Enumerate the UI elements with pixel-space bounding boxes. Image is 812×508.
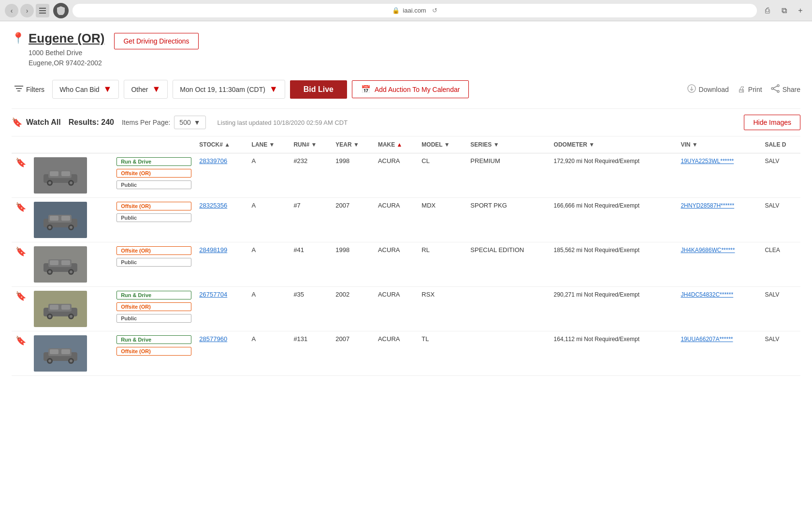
date-dropdown[interactable]: Mon Oct 19, 11:30am (CDT) ▼ [173,80,285,99]
series-cell: SPORT PKG [466,198,550,242]
stock-link[interactable]: 28498199 [199,246,227,254]
vehicle-image[interactable] [34,157,87,194]
print-button[interactable]: 🖨 Print [738,85,762,94]
col-lane[interactable]: LANE ▼ [248,136,290,153]
model-cell: TL [418,331,466,376]
bookmark-icon[interactable]: 🔖 [15,291,26,301]
reload-icon[interactable]: ↺ [432,7,437,14]
stock-cell: 28339706 [195,153,247,198]
toolbar: Filters Who Can Bid ▼ Other ▼ Mon Oct 19… [12,80,800,99]
col-series[interactable]: SERIES ▼ [466,136,550,153]
image-cell[interactable] [30,198,113,242]
vin-link[interactable]: 19UYA2253WL****** [681,158,734,164]
bid-live-button[interactable]: Bid Live [290,80,347,99]
sale-d-cell: SALV [761,198,800,242]
stock-link[interactable]: 28577960 [199,335,227,343]
vehicle-tag: Public [116,258,191,267]
location-pin-icon: 📍 [12,32,25,45]
svg-rect-32 [61,260,70,265]
share-browser-button[interactable]: ⎙ [761,4,774,17]
vin-link[interactable]: JH4KA9686WC****** [681,247,735,254]
col-model[interactable]: MODEL ▼ [418,136,466,153]
get-directions-button[interactable]: Get Driving Directions [114,33,198,49]
odometer-cell: 164,112 mi Not Required/Exempt [550,331,677,376]
col-year[interactable]: YEAR ▼ [332,136,374,153]
who-can-bid-dropdown[interactable]: Who Can Bid ▼ [52,80,119,99]
bookmark-cell: 🔖 [12,242,30,287]
stock-link[interactable]: 28339706 [199,157,227,164]
stock-link[interactable]: 26757704 [199,291,227,298]
filters-button[interactable]: Filters [12,83,47,96]
browser-nav: ‹ › [5,4,49,17]
tags-cell: Run & DriveOffsite (OR)Public [113,153,195,198]
vin-cell: JH4KA9686WC****** [677,242,761,287]
download-button[interactable]: Download [687,84,729,95]
series-sort-icon: ▼ [493,141,499,148]
svg-rect-40 [61,305,70,310]
per-page-value: 500 [179,119,190,126]
vehicle-image[interactable] [34,246,87,283]
lane-cell: A [248,287,290,331]
year-sort-icon: ▼ [353,141,359,148]
results-bar: 🔖 Watch All Results: 240 Items Per Page:… [12,108,800,136]
vehicle-image[interactable] [34,202,87,238]
bookmark-icon[interactable]: 🔖 [15,247,26,256]
image-cell[interactable] [30,331,113,376]
image-cell[interactable] [30,153,113,198]
vehicle-tag: Offsite (OR) [116,302,191,311]
col-stock[interactable]: STOCK# ▲ [195,136,247,153]
add-calendar-button[interactable]: 📅 Add Auction To My Calendar [352,80,469,98]
share-button[interactable]: Share [771,84,800,95]
col-odometer[interactable]: ODOMETER ▼ [550,136,677,153]
svg-rect-24 [61,216,70,221]
odometer-cell: 172,920 mi Not Required/Exempt [550,153,677,198]
svg-point-26 [48,226,51,229]
sale-d-value: SALV [765,291,779,298]
vehicle-image[interactable] [34,291,87,327]
vin-link[interactable]: 19UUA66207A****** [681,336,733,343]
image-cell[interactable] [30,242,113,287]
back-button[interactable]: ‹ [5,4,18,17]
col-make[interactable]: MAKE ▲ [374,136,418,153]
browser-chrome: ‹ › 🔒 iaai.com ↺ ⎙ ⧉ + [0,0,812,21]
bookmark-cell: 🔖 [12,198,30,242]
vin-sort-icon: ▼ [692,141,698,148]
watch-all-button[interactable]: 🔖 Watch All [12,117,61,128]
toolbar-right-actions: Download 🖨 Print Share [687,84,800,95]
listing-updated-text: Listing last updated 10/18/2020 02:59 AM… [218,119,348,126]
tags-cell: Run & DriveOffsite (OR)Public [113,287,195,331]
forward-button[interactable]: › [20,4,34,17]
new-tab-button[interactable]: ⧉ [777,4,791,17]
odometer-cell: 166,666 mi Not Required/Exempt [550,198,677,242]
col-vin[interactable]: VIN ▼ [677,136,761,153]
per-page-dropdown[interactable]: 500 ▼ [174,116,205,129]
hide-images-button[interactable]: Hide Images [744,115,800,130]
who-can-bid-label: Who Can Bid [59,86,99,93]
tags-cell: Offsite (OR)Public [113,198,195,242]
vehicle-image[interactable] [34,335,87,372]
location-address: 1000 Bethel Drive Eugene,OR 97402-2002 [29,48,104,68]
svg-rect-39 [50,305,58,310]
year-cell: 2007 [332,198,374,242]
vin-link[interactable]: JH4DC54832C****** [681,291,733,298]
stock-sort-icon: ▲ [224,141,230,148]
bookmark-icon[interactable]: 🔖 [15,336,26,345]
odometer-value: 290,271 mi Not Required/Exempt [554,291,639,298]
col-run[interactable]: RUN# ▼ [290,136,332,153]
sidebar-button[interactable] [36,4,49,17]
sale-d-cell: SALV [761,287,800,331]
bookmark-icon[interactable]: 🔖 [15,158,26,167]
svg-point-42 [48,315,51,318]
bookmark-icon[interactable]: 🔖 [15,202,26,212]
calendar-icon: 📅 [361,85,371,94]
add-tab-button[interactable]: + [794,4,807,17]
stock-link[interactable]: 28325356 [199,202,227,209]
per-page-arrow-icon: ▼ [194,119,201,126]
browser-actions: ⎙ ⧉ + [761,4,807,17]
vin-link[interactable]: 2HNYD28587H****** [681,202,734,209]
image-cell[interactable] [30,287,113,331]
address-bar[interactable]: 🔒 iaai.com ↺ [72,4,757,17]
vehicle-tag: Public [116,213,191,222]
other-dropdown[interactable]: Other ▼ [124,80,168,99]
svg-rect-0 [39,8,46,9]
